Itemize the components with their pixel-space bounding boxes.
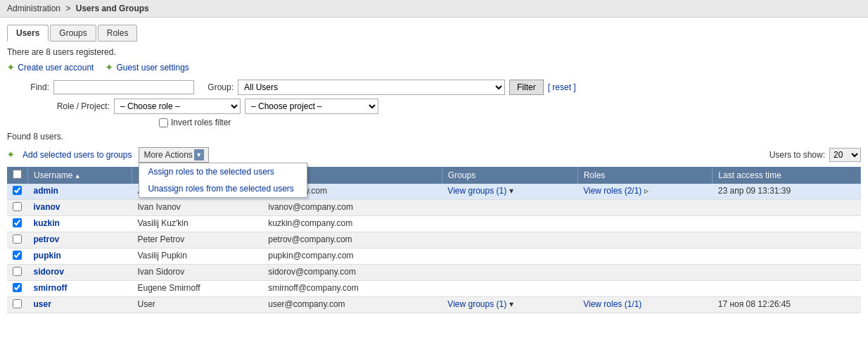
row-checkbox[interactable] (13, 186, 22, 195)
row-checkbox[interactable] (13, 283, 22, 292)
username-link[interactable]: kuzkin (34, 218, 60, 228)
tabs-container: Users Groups Roles (7, 25, 861, 42)
view-groups-link[interactable]: View groups (1) (447, 299, 506, 309)
last-access-cell (713, 232, 861, 249)
last-access-cell (713, 249, 861, 265)
groups-cell (442, 232, 577, 249)
users-to-show-select[interactable]: 20 50 100 (829, 148, 861, 162)
username-link[interactable]: petrov (34, 234, 60, 244)
username-link[interactable]: smirnoff (34, 283, 68, 293)
view-groups-link[interactable]: View groups (1) (447, 186, 506, 196)
row-checkbox[interactable] (13, 251, 22, 260)
row-checkbox[interactable] (13, 202, 22, 211)
username-cell: ivanov (28, 200, 132, 216)
more-actions-button[interactable]: More Actions ▼ (139, 147, 208, 163)
email-cell: smirnoff@company.com (262, 281, 442, 297)
last-access-cell (713, 281, 861, 297)
found-text: Found 8 users. (7, 132, 861, 142)
table-row: sidorov Ivan Sidorov sidorov@company.com (7, 265, 861, 281)
col-groups: Groups (442, 167, 577, 184)
groups-cell (442, 265, 577, 281)
tab-users[interactable]: Users (7, 25, 49, 42)
col-checkbox (7, 167, 28, 184)
roles-cell (577, 200, 713, 216)
col-username[interactable]: Username (28, 167, 132, 184)
email-cell: user@company.com (262, 297, 442, 313)
email-cell: kuzkin@company.com (262, 216, 442, 232)
role-project-label: Role / Project: (53, 101, 110, 111)
last-access-cell (713, 216, 861, 232)
view-roles-link[interactable]: View roles (2/1) (583, 186, 642, 196)
username-link[interactable]: user (34, 299, 51, 309)
roles-cell (577, 232, 713, 249)
row-checkbox[interactable] (13, 234, 22, 244)
email-cell: pupkin@company.com (262, 249, 442, 265)
role-select[interactable]: – Choose role – (114, 99, 241, 114)
roles-cell: View roles (1/1) (577, 297, 713, 313)
reset-link[interactable]: [ reset ] (548, 82, 576, 92)
select-all-checkbox[interactable] (13, 170, 22, 179)
view-roles-link[interactable]: View roles (1/1) (583, 299, 642, 309)
email-cell: sidorov@company.com (262, 265, 442, 281)
row-checkbox-cell (7, 200, 28, 216)
add-selected-users-to-groups-link[interactable]: Add selected users to groups (23, 150, 132, 160)
invert-roles-checkbox[interactable] (159, 118, 168, 127)
row-checkbox[interactable] (13, 299, 22, 308)
groups-cell (442, 200, 577, 216)
last-access-cell: 23 апр 09 13:31:39 (713, 184, 861, 200)
username-cell: kuzkin (28, 216, 132, 232)
more-actions-dropdown: Assign roles to the selected users Unass… (139, 163, 307, 198)
find-input[interactable] (53, 80, 194, 94)
roles-cell: View roles (2/1) ▹ (577, 184, 713, 200)
guest-user-settings-link[interactable]: Guest user settings (116, 63, 189, 73)
fullname-cell: Peter Petrov (132, 232, 262, 249)
roles-cell (577, 216, 713, 232)
username-link[interactable]: ivanov (34, 202, 60, 212)
breadcrumb-current: Users and Groups (76, 4, 149, 13)
more-actions-arrow-icon[interactable]: ▼ (194, 149, 204, 161)
more-actions-container: More Actions ▼ Assign roles to the selec… (139, 147, 208, 163)
filter-button[interactable]: Filter (509, 80, 544, 95)
users-table-wrapper: Username Full name Email Groups Roles La… (7, 167, 861, 313)
fullname-cell: Eugene Smirnoff (132, 281, 262, 297)
table-row: ivanov Ivan Ivanov ivanov@company.com (7, 200, 861, 216)
username-link[interactable]: admin (34, 186, 58, 196)
groups-cell (442, 281, 577, 297)
table-row: pupkin Vasilij Pupkin pupkin@company.com (7, 249, 861, 265)
roles-cursor-icon: ▹ (644, 186, 649, 196)
registered-info: There are 8 users registered. (7, 47, 861, 57)
row-checkbox[interactable] (13, 218, 22, 227)
last-access-cell (713, 265, 861, 281)
add-groups-plus-icon: ✦ (7, 150, 14, 160)
fullname-cell: Ivan Sidorov (132, 265, 262, 281)
fullname-cell: User (132, 297, 262, 313)
tab-roles[interactable]: Roles (98, 25, 138, 42)
row-checkbox-cell (7, 249, 28, 265)
row-checkbox[interactable] (13, 267, 22, 276)
last-access-cell: 17 ноя 08 12:26:45 (713, 297, 861, 313)
fullname-cell: Ivan Ivanov (132, 200, 262, 216)
groups-cell: View groups (1) ▾ (442, 184, 577, 200)
last-access-cell (713, 200, 861, 216)
guest-plus-icon: ✦ (106, 63, 113, 73)
groups-cell (442, 216, 577, 232)
unassign-roles-menu-item[interactable]: Unassign roles from the selected users (139, 180, 307, 197)
email-cell: petrov@company.com (262, 232, 442, 249)
username-link[interactable]: sidorov (34, 267, 64, 277)
project-select[interactable]: – Choose project – (245, 99, 378, 114)
filter-section: Find: Group: All Users Filter [ reset ] … (7, 80, 861, 127)
username-cell: user (28, 297, 132, 313)
email-cell: ivanov@company.com (262, 200, 442, 216)
group-select[interactable]: All Users (238, 80, 505, 95)
create-plus-icon: ✦ (7, 63, 14, 73)
breadcrumb-parent[interactable]: Administration (7, 4, 60, 13)
row-checkbox-cell (7, 265, 28, 281)
username-link[interactable]: pupkin (34, 251, 61, 260)
col-roles: Roles (577, 167, 713, 184)
assign-roles-menu-item[interactable]: Assign roles to the selected users (139, 163, 307, 180)
tab-groups[interactable]: Groups (50, 25, 96, 42)
row-checkbox-cell (7, 184, 28, 200)
username-cell: petrov (28, 232, 132, 249)
create-user-account-link[interactable]: Create user account (18, 63, 94, 73)
table-row: smirnoff Eugene Smirnoff smirnoff@compan… (7, 281, 861, 297)
